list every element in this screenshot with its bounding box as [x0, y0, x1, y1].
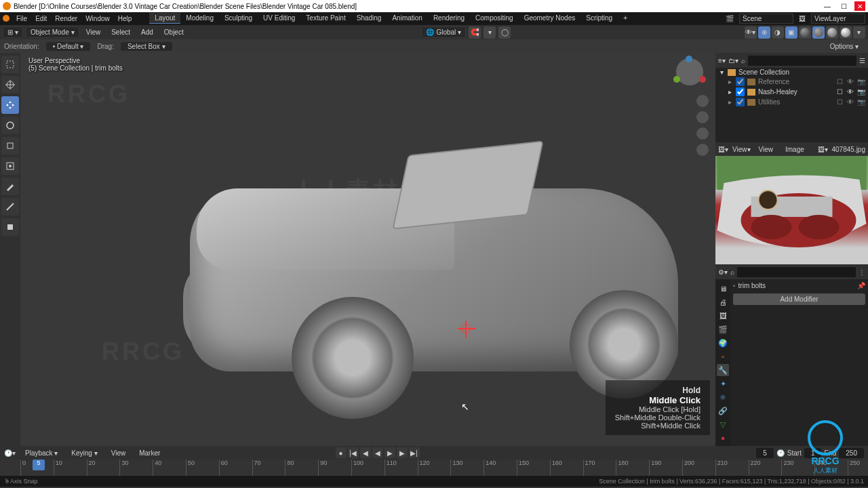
outliner-search[interactable] [748, 56, 856, 66]
gizmo-toggle[interactable]: ⊕ [758, 26, 770, 39]
timeline-track[interactable]: 5 01020304050607080901001101201301401501… [0, 460, 868, 476]
render-icon[interactable]: 📷 [857, 88, 865, 96]
visibility-dropdown[interactable]: 👁▾ [745, 26, 757, 39]
editor-type-icon[interactable]: 🖼▾ [718, 146, 728, 153]
prop-tab-particles[interactable]: ✦ [717, 378, 729, 390]
image-mode-dropdown[interactable]: View▾ [732, 146, 751, 153]
image-link-icon[interactable]: 🖼▾ [818, 146, 828, 153]
nav-pan[interactable] [696, 111, 709, 123]
prop-tab-render[interactable]: 🖥 [717, 283, 729, 295]
axis-y-icon[interactable] [673, 76, 680, 83]
prop-tab-object[interactable]: ▫ [717, 350, 729, 363]
jump-last-button[interactable]: ▶| [409, 447, 420, 458]
preview-range-icon[interactable]: 🕐 [776, 449, 785, 457]
workspace-shading[interactable]: Shading [351, 13, 387, 24]
shading-dropdown[interactable]: ▾ [853, 26, 865, 39]
collection-checkbox[interactable] [736, 77, 745, 86]
tool-move[interactable] [1, 96, 19, 114]
eye-icon[interactable]: 👁 [846, 88, 854, 96]
workspace-add[interactable]: + [618, 13, 633, 24]
menu-edit[interactable]: Edit [31, 15, 51, 22]
minimize-button[interactable]: — [822, 1, 833, 11]
workspace-texpaint[interactable]: Texture Paint [300, 13, 351, 24]
nav-zoom[interactable] [696, 95, 709, 107]
tool-transform[interactable] [1, 157, 19, 175]
proportional-toggle[interactable]: ◯ [498, 26, 511, 39]
axis-x-icon[interactable] [699, 76, 706, 83]
tl-view[interactable]: View [107, 449, 130, 457]
tool-cursor[interactable] [1, 76, 19, 94]
menu-render[interactable]: Render [51, 15, 81, 22]
workspace-animation[interactable]: Animation [387, 13, 427, 24]
outliner-type-icon[interactable]: ≡▾ [718, 57, 726, 64]
shading-solid[interactable] [812, 26, 825, 39]
img-menu-image[interactable]: Image [781, 146, 808, 153]
tool-select[interactable] [1, 56, 19, 73]
play-rev-button[interactable]: ◀ [372, 447, 383, 458]
header-add[interactable]: Add [137, 28, 157, 36]
nav-camera[interactable] [696, 127, 709, 140]
outliner-item-reference[interactable]: ▸ Reference ☐👁📷 [715, 77, 868, 87]
tl-marker[interactable]: Marker [135, 449, 164, 457]
menu-window[interactable]: Window [81, 15, 114, 22]
tl-playback[interactable]: Playback ▾ [21, 449, 62, 457]
render-icon[interactable]: 📷 [857, 78, 865, 85]
play-button[interactable]: ▶ [384, 447, 395, 458]
exclude-icon[interactable]: ☐ [835, 78, 844, 85]
nav-perspective[interactable] [696, 144, 709, 156]
tool-addcube[interactable] [1, 218, 19, 236]
filter-icon[interactable]: ☰ [859, 57, 865, 64]
props-type-icon[interactable]: ⚙▾ [718, 268, 728, 276]
tool-annotate[interactable] [1, 178, 19, 195]
editor-type-dropdown[interactable]: ⊞▾ [3, 26, 23, 38]
prop-tab-modifiers[interactable]: 🔧 [717, 364, 729, 376]
props-search[interactable] [737, 267, 856, 277]
drag-mode[interactable]: Select Box ▾ [121, 42, 172, 51]
collection-checkbox[interactable] [736, 98, 745, 106]
options-dropdown[interactable]: Options ▾ [825, 41, 864, 52]
axis-z-icon[interactable] [686, 56, 692, 62]
pin-icon[interactable]: 📌 [857, 282, 865, 289]
shading-rendered[interactable] [840, 26, 852, 39]
shading-wireframe[interactable] [799, 26, 811, 39]
eye-icon[interactable]: 👁 [846, 78, 854, 85]
render-icon[interactable]: 📷 [857, 98, 865, 106]
header-select[interactable]: Select [107, 28, 134, 36]
expand-icon[interactable]: ▸ [726, 78, 733, 85]
overlay-toggle[interactable]: ◑ [772, 26, 784, 39]
close-button[interactable]: ✕ [854, 1, 865, 11]
eye-icon[interactable]: 👁 [846, 98, 854, 106]
add-modifier-button[interactable]: Add Modifier [733, 293, 865, 305]
img-menu-view[interactable]: View [755, 146, 778, 153]
orientation-dropdown[interactable]: 🌐Global▾ [421, 26, 466, 38]
reference-image[interactable] [715, 156, 868, 264]
menu-help[interactable]: Help [114, 15, 136, 22]
playhead[interactable]: 5 [33, 460, 45, 470]
jump-first-button[interactable]: |◀ [348, 447, 359, 458]
options-icon[interactable]: ⋮ [859, 268, 865, 276]
end-frame[interactable]: 250 [839, 448, 864, 458]
jump-next-button[interactable]: ▶ [397, 447, 408, 458]
prop-tab-scene[interactable]: 🎬 [717, 323, 729, 336]
tl-keying[interactable]: Keying ▾ [67, 449, 101, 457]
outliner-item-utilities[interactable]: ▸ Utilities ☐👁📷 [715, 97, 868, 107]
workspace-rendering[interactable]: Rendering [428, 13, 470, 24]
workspace-sculpting[interactable]: Sculpting [219, 13, 258, 24]
scene-field[interactable] [739, 14, 793, 24]
outliner-display-icon[interactable]: 🗀▾ [728, 57, 738, 64]
workspace-scripting[interactable]: Scripting [580, 13, 618, 24]
tool-rotate[interactable] [1, 117, 19, 134]
jump-prev-button[interactable]: ◀ [360, 447, 371, 458]
prop-tab-data[interactable]: ▽ [717, 418, 729, 430]
collection-checkbox[interactable] [736, 87, 745, 96]
tool-scale[interactable] [1, 137, 19, 155]
shading-matprev[interactable] [826, 26, 838, 39]
tool-measure[interactable] [1, 198, 19, 216]
workspace-geonodes[interactable]: Geometry Nodes [519, 13, 581, 24]
outliner[interactable]: ▾ Scene Collection ▸ Reference ☐👁📷 ▸ Nas… [715, 68, 868, 142]
workspace-modeling[interactable]: Modeling [180, 13, 219, 24]
timeline-type-icon[interactable]: 🕐▾ [4, 449, 16, 457]
header-view[interactable]: View [82, 28, 105, 36]
nav-gizmo[interactable] [676, 58, 710, 92]
header-object[interactable]: Object [160, 28, 188, 36]
